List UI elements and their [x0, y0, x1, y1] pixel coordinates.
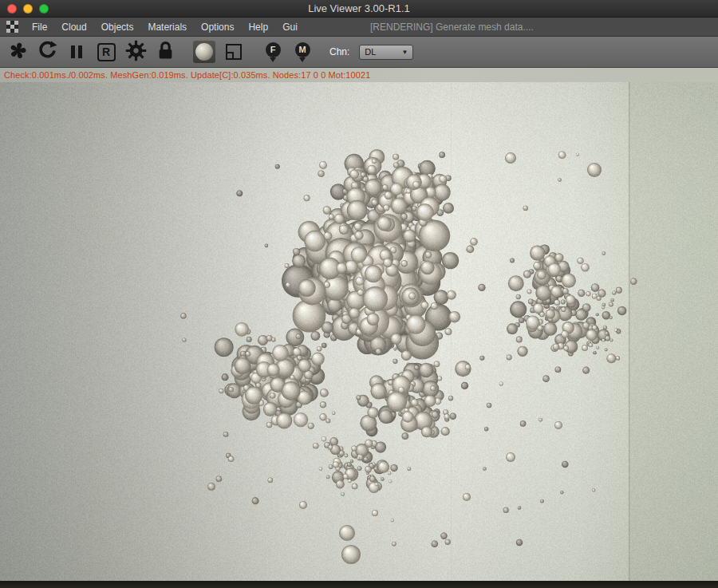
- traffic-lights: [7, 4, 49, 14]
- fan-icon: [7, 40, 29, 65]
- menu-item-help[interactable]: Help: [241, 22, 275, 33]
- rendering-status-text: [RENDERING] Generate mesh data....: [370, 22, 534, 33]
- stats-bar: Check:0.001ms./0.002ms. MeshGen:0.019ms.…: [0, 68, 718, 82]
- traffic-light-close[interactable]: [7, 4, 17, 14]
- pin-m-button[interactable]: M: [290, 40, 314, 64]
- pause-button[interactable]: [65, 40, 89, 64]
- title-bar[interactable]: Live Viewer 3.00-R1.1: [0, 0, 718, 18]
- menu-bar: File Cloud Objects Materials Options Hel…: [0, 18, 718, 37]
- traffic-light-minimize[interactable]: [23, 4, 33, 14]
- settings-button[interactable]: [124, 40, 148, 64]
- r-box-icon: R: [97, 43, 116, 61]
- channel-label: Chn:: [329, 46, 349, 57]
- floor-shadow-strip: [0, 581, 718, 588]
- pin-f-icon: F: [266, 42, 281, 62]
- xp-fan-button[interactable]: [6, 40, 30, 64]
- material-preview-button[interactable]: [192, 40, 216, 64]
- menu-item-options[interactable]: Options: [194, 22, 241, 33]
- gear-icon: [125, 40, 147, 65]
- menu-item-objects[interactable]: Objects: [94, 22, 141, 33]
- traffic-light-zoom[interactable]: [39, 4, 49, 14]
- chevron-down-icon: ▼: [401, 49, 408, 56]
- menu-item-cloud[interactable]: Cloud: [54, 22, 93, 33]
- menu-item-file[interactable]: File: [25, 22, 54, 33]
- menu-item-gui[interactable]: Gui: [275, 22, 305, 33]
- refresh-icon: [37, 41, 57, 64]
- window-title: Live Viewer 3.00-R1.1: [308, 2, 410, 14]
- toolbar: R: [0, 37, 718, 68]
- refresh-button[interactable]: [35, 40, 59, 64]
- material-ball-icon: [193, 41, 215, 63]
- live-viewer-window: Live Viewer 3.00-R1.1 File Cloud Objects…: [0, 0, 718, 588]
- channel-dropdown[interactable]: DL ▼: [359, 45, 413, 60]
- reset-render-button[interactable]: R: [94, 40, 118, 64]
- render-viewport[interactable]: [0, 82, 718, 581]
- lock-button[interactable]: [153, 40, 177, 64]
- lock-icon: [156, 41, 175, 64]
- stats-text: Check:0.001ms./0.002ms. MeshGen:0.019ms.…: [4, 70, 370, 80]
- menu-item-materials[interactable]: Materials: [140, 22, 194, 33]
- channel-dropdown-value: DL: [365, 47, 401, 57]
- region-frame-icon: [226, 44, 242, 60]
- pin-f-button[interactable]: F: [261, 40, 285, 64]
- pause-icon: [71, 45, 82, 58]
- checker-grid-icon[interactable]: [6, 21, 18, 33]
- pin-m-icon: M: [295, 42, 310, 62]
- render-region-button[interactable]: [222, 40, 246, 64]
